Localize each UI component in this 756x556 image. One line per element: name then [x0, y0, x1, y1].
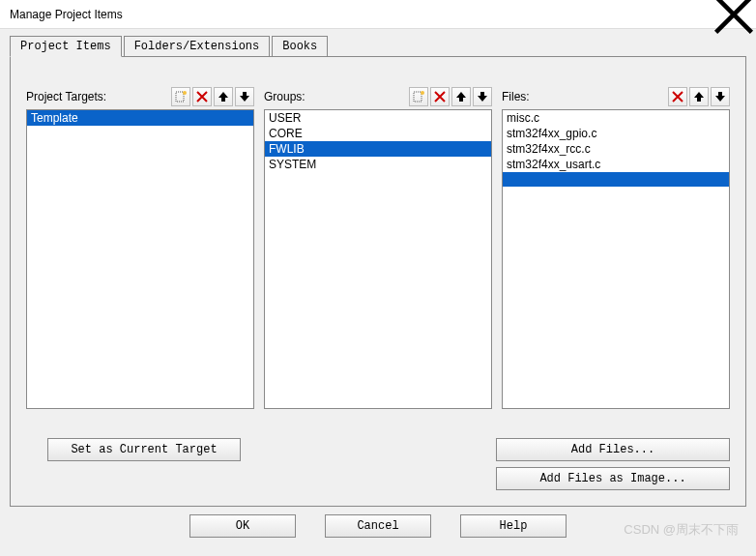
- files-listbox[interactable]: misc.c stm32f4xx_gpio.c stm32f4xx_rcc.c …: [502, 109, 730, 409]
- files-label: Files:: [502, 90, 666, 103]
- list-item[interactable]: stm32f4xx_usart.c: [503, 157, 729, 172]
- help-button[interactable]: Help: [460, 514, 567, 538]
- list-item[interactable]: misc.c: [503, 110, 729, 126]
- files-delete-button[interactable]: [668, 87, 687, 106]
- tab-bar: Project Items Folders/Extensions Books: [10, 36, 746, 57]
- list-item-empty-selected[interactable]: [503, 172, 729, 187]
- close-icon: [712, 0, 756, 37]
- list-item[interactable]: CORE: [265, 126, 491, 141]
- list-item[interactable]: FWLIB: [265, 141, 491, 157]
- targets-listbox[interactable]: Template: [26, 109, 254, 409]
- arrow-down-icon: [714, 91, 726, 102]
- column-groups: Groups: USER CORE FWLIB SYSTEM: [264, 86, 492, 426]
- new-icon: [175, 91, 187, 102]
- dialog-footer: OK Cancel Help: [10, 507, 746, 545]
- files-down-button[interactable]: [711, 87, 730, 106]
- targets-label: Project Targets:: [26, 90, 169, 103]
- files-up-button[interactable]: [689, 87, 709, 106]
- groups-up-button[interactable]: [451, 87, 471, 106]
- groups-new-button[interactable]: [409, 87, 428, 106]
- title-bar: Manage Project Items: [0, 0, 756, 29]
- svg-point-3: [421, 91, 424, 95]
- targets-new-button[interactable]: [171, 87, 190, 106]
- add-files-button[interactable]: Add Files...: [496, 438, 730, 461]
- svg-rect-2: [414, 92, 422, 102]
- new-icon: [413, 91, 424, 102]
- svg-point-1: [183, 91, 187, 95]
- tab-project-items[interactable]: Project Items: [10, 36, 122, 57]
- tab-books[interactable]: Books: [272, 36, 328, 57]
- svg-rect-0: [176, 92, 184, 102]
- panel-project-items: Project Targets: Template Groups:: [10, 56, 746, 507]
- column-targets: Project Targets: Template: [26, 86, 254, 426]
- list-item[interactable]: SYSTEM: [265, 157, 491, 172]
- groups-listbox[interactable]: USER CORE FWLIB SYSTEM: [264, 109, 492, 409]
- targets-up-button[interactable]: [214, 87, 233, 106]
- groups-down-button[interactable]: [473, 87, 492, 106]
- delete-icon: [196, 91, 208, 102]
- delete-icon: [434, 91, 446, 102]
- list-item[interactable]: USER: [265, 110, 491, 126]
- arrow-down-icon: [477, 91, 488, 102]
- groups-label: Groups:: [264, 90, 407, 103]
- add-files-as-image-button[interactable]: Add Files as Image...: [496, 467, 730, 490]
- arrow-up-icon: [693, 91, 705, 102]
- cancel-button[interactable]: Cancel: [325, 514, 431, 538]
- arrow-up-icon: [455, 91, 467, 102]
- set-current-target-button[interactable]: Set as Current Target: [47, 438, 241, 461]
- list-item[interactable]: Template: [27, 110, 253, 126]
- groups-delete-button[interactable]: [430, 87, 450, 106]
- window-title: Manage Project Items: [10, 8, 712, 21]
- list-item[interactable]: stm32f4xx_gpio.c: [503, 126, 729, 141]
- list-item[interactable]: stm32f4xx_rcc.c: [503, 141, 729, 157]
- targets-down-button[interactable]: [235, 87, 254, 106]
- arrow-down-icon: [239, 91, 250, 102]
- ok-button[interactable]: OK: [189, 514, 296, 538]
- targets-delete-button[interactable]: [192, 87, 212, 106]
- column-files: Files: misc.c stm32f4xx_gpio.c stm32f4xx…: [502, 86, 730, 426]
- delete-icon: [672, 91, 683, 102]
- arrow-up-icon: [218, 91, 229, 102]
- close-button[interactable]: [712, 0, 756, 29]
- tab-folders-extensions[interactable]: Folders/Extensions: [124, 36, 271, 57]
